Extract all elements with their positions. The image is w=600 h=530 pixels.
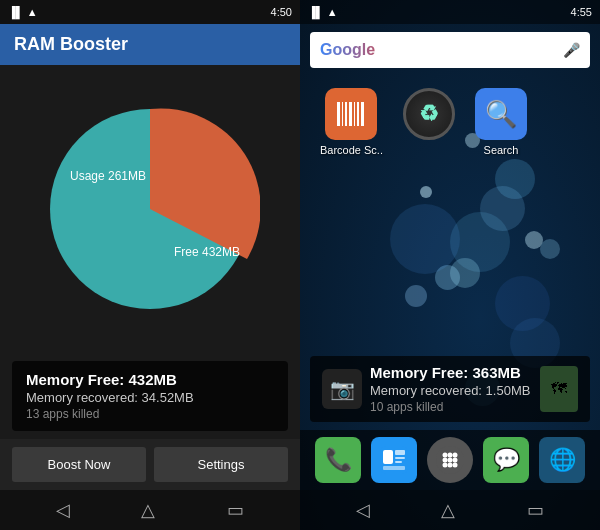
right-apps-killed: 10 apps killed (370, 400, 532, 414)
svg-rect-7 (361, 102, 364, 126)
dock-sms[interactable]: 💬 (483, 437, 529, 483)
svg-rect-3 (345, 102, 347, 126)
svg-rect-6 (357, 102, 359, 126)
free-label: Free 432MB (174, 245, 240, 259)
svg-point-22 (448, 463, 453, 468)
settings-button[interactable]: Settings (154, 447, 288, 482)
camera-icon: 📷 (322, 369, 362, 409)
bokeh-area (300, 168, 600, 348)
left-panel: ▐▌ ▲ 4:50 RAM Booster Usage 261MB Free 4… (0, 0, 300, 530)
right-back-icon[interactable]: ◁ (356, 499, 370, 521)
app-title: RAM Booster (14, 34, 128, 54)
recents-icon[interactable]: ▭ (227, 499, 244, 521)
dock-phone[interactable]: 📞 (315, 437, 361, 483)
usage-label: Usage 261MB (70, 169, 146, 183)
google-logo: Google (320, 41, 563, 59)
chart-area: Usage 261MB Free 432MB (0, 65, 300, 353)
back-icon[interactable]: ◁ (56, 499, 70, 521)
barcode-label: Barcode Sc.. (320, 144, 383, 156)
search-icon: 🔍 (475, 88, 527, 140)
svg-rect-1 (337, 102, 340, 126)
svg-rect-9 (383, 450, 393, 464)
app-recycle[interactable]: ♻ (403, 88, 455, 156)
home-screen-icons: Barcode Sc.. ♻ 🔍 Search (300, 76, 600, 168)
right-memory-recovered: Memory recovered: 1.50MB (370, 383, 532, 398)
dock-contacts[interactable] (371, 437, 417, 483)
status-bar-right: ▐▌ ▲ 4:55 (300, 0, 600, 24)
svg-rect-5 (354, 102, 355, 126)
left-nav-bar: ◁ △ ▭ (0, 490, 300, 530)
status-bar-left: ▐▌ ▲ 4:50 (0, 0, 300, 24)
google-search-bar[interactable]: Google 🎤 (310, 32, 590, 68)
svg-point-15 (443, 453, 448, 458)
svg-rect-10 (395, 450, 405, 455)
right-home-icon[interactable]: △ (441, 499, 455, 521)
right-status-icons: ▐▌ ▲ (308, 6, 338, 18)
maps-small-icon: 🗺 (540, 366, 578, 412)
right-time: 4:55 (571, 6, 592, 18)
right-nav-bar: ◁ △ ▭ (300, 490, 600, 530)
home-icon[interactable]: △ (141, 499, 155, 521)
svg-point-17 (453, 453, 458, 458)
svg-point-21 (443, 463, 448, 468)
left-apps-killed: 13 apps killed (26, 407, 274, 421)
right-memory-info: 📷 Memory Free: 363MB Memory recovered: 1… (310, 356, 590, 422)
boost-button[interactable]: Boost Now (12, 447, 146, 482)
svg-point-16 (448, 453, 453, 458)
recycle-icon: ♻ (403, 88, 455, 140)
bottom-dock: 📞 � (300, 430, 600, 490)
right-memory-free: Memory Free: 363MB (370, 364, 532, 381)
right-memory-text: Memory Free: 363MB Memory recovered: 1.5… (370, 364, 532, 414)
svg-rect-13 (383, 466, 405, 470)
right-panel: ▐▌ ▲ 4:55 Google 🎤 Barcode Sc.. (300, 0, 600, 530)
svg-point-18 (443, 458, 448, 463)
barcode-icon (325, 88, 377, 140)
recycle-label (427, 144, 430, 156)
search-label: Search (484, 144, 519, 156)
app-barcode[interactable]: Barcode Sc.. (320, 88, 383, 156)
pie-chart: Usage 261MB Free 432MB (40, 99, 260, 319)
svg-point-20 (453, 458, 458, 463)
bottom-buttons: Boost Now Settings (0, 439, 300, 490)
svg-point-19 (448, 458, 453, 463)
mic-icon[interactable]: 🎤 (563, 42, 580, 58)
left-memory-free: Memory Free: 432MB (26, 371, 274, 388)
dock-apps[interactable] (427, 437, 473, 483)
left-status-icons: ▐▌ ▲ (8, 6, 38, 18)
svg-rect-11 (395, 457, 405, 459)
app-search[interactable]: 🔍 Search (475, 88, 527, 156)
left-memory-info: Memory Free: 432MB Memory recovered: 34.… (12, 361, 288, 431)
app-title-bar: RAM Booster (0, 24, 300, 65)
svg-rect-2 (342, 102, 343, 126)
left-memory-recovered: Memory recovered: 34.52MB (26, 390, 274, 405)
svg-rect-4 (349, 102, 352, 126)
dock-browser[interactable]: 🌐 (539, 437, 585, 483)
right-recents-icon[interactable]: ▭ (527, 499, 544, 521)
svg-point-23 (453, 463, 458, 468)
left-time: 4:50 (271, 6, 292, 18)
svg-rect-12 (395, 461, 402, 463)
